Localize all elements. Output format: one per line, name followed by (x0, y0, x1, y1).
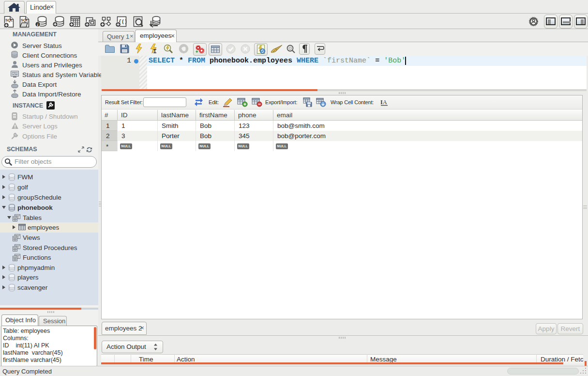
svg-text:SQL: SQL (21, 18, 29, 22)
svg-text:SQL: SQL (5, 18, 13, 22)
svg-text:A: A (383, 99, 387, 106)
